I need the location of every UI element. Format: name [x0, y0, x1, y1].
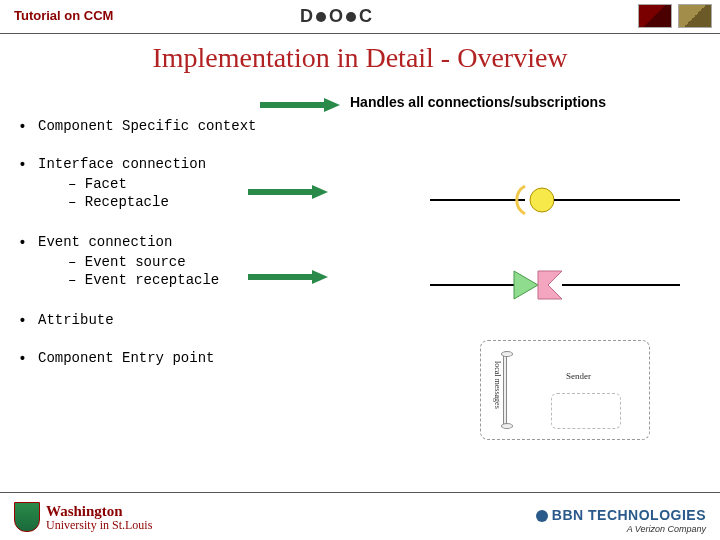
sub-label: Event source: [85, 254, 186, 270]
bullet-icon: [536, 510, 548, 522]
bullet-entry: • Component Entry point: [20, 350, 360, 366]
slide-header: Tutorial on CCM D O C: [0, 0, 720, 34]
isis-logo-icon: [678, 4, 712, 28]
wustl-sub: University in St.Louis: [46, 519, 152, 531]
breadcrumb: Tutorial on CCM: [14, 8, 113, 23]
svg-rect-2: [248, 189, 312, 195]
bbn-name: BBN TECHNOLOGIES: [552, 507, 706, 523]
bbn-sub: A Verizon Company: [536, 524, 706, 534]
vt-logo-icon: [638, 4, 672, 28]
annotation-text: Handles all connections/subscriptions: [350, 94, 606, 110]
svg-marker-3: [312, 185, 328, 199]
bullet-label: Attribute: [38, 312, 360, 328]
sender-label: Sender: [566, 371, 591, 381]
bullet-label: Interface connection: [38, 156, 206, 172]
bullet-label: Component Specific context: [38, 118, 360, 134]
bullet-attribute: • Attribute: [20, 312, 360, 328]
svg-marker-5: [312, 270, 328, 284]
arrow-icon: [260, 98, 340, 110]
bullet-list: • Component Specific context • Interface…: [20, 118, 360, 388]
slide-title: Implementation in Detail - Overview: [0, 42, 720, 74]
sender-inner-box: [551, 393, 621, 429]
svg-rect-0: [260, 102, 324, 108]
event-connection-icon: [430, 265, 680, 305]
local-messages-label: local messages: [493, 361, 502, 409]
partner-logos: [638, 4, 712, 28]
sub-label: Event receptacle: [85, 272, 219, 288]
bullet-interface: • Interface connection – Facet – Recepta…: [20, 156, 360, 212]
svg-rect-4: [248, 274, 312, 280]
interface-connection-icon: [430, 180, 680, 220]
svg-point-7: [530, 188, 554, 212]
svg-marker-11: [538, 271, 562, 299]
arrow-icon: [248, 185, 328, 197]
shield-icon: [14, 502, 40, 532]
svg-marker-10: [514, 271, 538, 299]
sender-diagram: local messages Sender: [480, 340, 650, 440]
sub-label: Facet: [85, 176, 127, 192]
svg-marker-1: [324, 98, 340, 112]
sub-label: Receptacle: [85, 194, 169, 210]
pipe-icon: [503, 353, 507, 427]
slide-footer: Washington University in St.Louis BBN TE…: [0, 492, 720, 540]
wustl-name: Washington: [46, 504, 152, 519]
arrow-icon: [248, 270, 328, 282]
bullet-label: Component Entry point: [38, 350, 360, 366]
doc-group-logo: D O C: [300, 6, 372, 27]
wustl-logo: Washington University in St.Louis: [14, 502, 152, 532]
bullet-label: Event connection: [38, 234, 172, 250]
bullet-context: • Component Specific context: [20, 118, 360, 134]
bbn-logo: BBN TECHNOLOGIES A Verizon Company: [536, 506, 706, 534]
